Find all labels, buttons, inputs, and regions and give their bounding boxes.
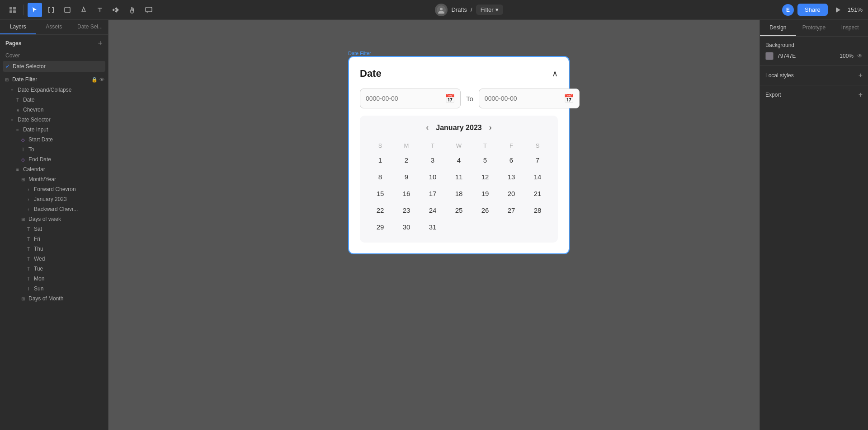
components-tool[interactable] [109, 3, 123, 17]
cal-day-7[interactable]: 7 [524, 152, 551, 168]
cal-day-2[interactable]: 2 [393, 152, 420, 168]
cal-day-21[interactable]: 21 [524, 185, 551, 202]
cal-day-20[interactable]: 20 [498, 185, 524, 202]
background-opacity[interactable]: 100% [835, 53, 854, 59]
tab-design[interactable]: Design [760, 20, 796, 36]
layer-fri[interactable]: T Fri [0, 234, 108, 244]
cal-day-25[interactable]: 25 [446, 202, 472, 219]
cal-day-29[interactable]: 29 [367, 219, 393, 235]
eye-icon[interactable]: 👁 [99, 77, 104, 82]
select-tool[interactable] [28, 3, 42, 17]
layer-chevron[interactable]: ∧ Chevron [0, 105, 108, 115]
cal-day-13[interactable]: 13 [498, 168, 524, 185]
end-date-input-wrap[interactable]: 📅 [479, 89, 580, 108]
cal-day-14[interactable]: 14 [524, 168, 551, 185]
cal-day-28[interactable]: 28 [524, 202, 551, 219]
layer-backward-chevron[interactable]: ‹ Backward Chevr... [0, 204, 108, 214]
comment-tool[interactable] [142, 3, 156, 17]
cal-day-6[interactable]: 6 [498, 152, 524, 168]
share-button[interactable]: Share [797, 4, 828, 16]
cal-day-18[interactable]: 18 [446, 185, 472, 202]
text-tool[interactable] [93, 3, 107, 17]
lock-icon[interactable]: 🔒 [91, 77, 98, 83]
background-swatch[interactable] [765, 52, 774, 60]
layer-january-2023[interactable]: › January 2023 [0, 194, 108, 204]
layer-date-filter[interactable]: ⊞ Date Filter 🔒 👁 [0, 74, 108, 85]
end-date-input[interactable] [485, 95, 564, 102]
prev-month-button[interactable]: ‹ [426, 123, 429, 132]
layer-date[interactable]: T Date [0, 95, 108, 105]
pen-tool[interactable] [76, 3, 91, 17]
pages-add-button[interactable]: + [98, 39, 103, 47]
cal-day-12[interactable]: 12 [472, 168, 498, 185]
filter-dropdown[interactable]: Filter ▾ [476, 5, 503, 15]
tab-layers[interactable]: Layers [0, 20, 36, 34]
cal-day-10[interactable]: 10 [420, 168, 446, 185]
next-month-button[interactable]: › [489, 123, 492, 132]
layer-start-date[interactable]: ◇ Start Date [0, 135, 108, 145]
cal-day-3[interactable]: 3 [420, 152, 446, 168]
play-button[interactable] [831, 4, 844, 16]
tab-assets[interactable]: Assets [36, 20, 71, 34]
user-avatar[interactable] [435, 4, 448, 16]
shape-tool[interactable] [60, 3, 75, 17]
cal-day-8[interactable]: 8 [367, 168, 393, 185]
tab-inspect[interactable]: Inspect [832, 20, 868, 36]
cal-day-17[interactable]: 17 [420, 185, 446, 202]
cal-day-15[interactable]: 15 [367, 185, 393, 202]
component-collapse-button[interactable]: ∧ [552, 69, 558, 79]
canvas-component-label[interactable]: Date Filter [348, 51, 371, 56]
cal-day-22[interactable]: 22 [367, 202, 393, 219]
cal-day-16[interactable]: 16 [393, 185, 420, 202]
page-item-date-selector[interactable]: ✓ Date Selector [3, 61, 105, 72]
export-section: Export + [760, 85, 868, 104]
layer-date-expand[interactable]: ≡ Date Expand/Collapse [0, 85, 108, 95]
cal-day-27[interactable]: 27 [498, 202, 524, 219]
layer-forward-chevron[interactable]: › Forward Chevron [0, 184, 108, 194]
layer-days-of-month[interactable]: ⊞ Days of Month [0, 294, 108, 304]
end-date-calendar-icon[interactable]: 📅 [564, 93, 574, 103]
cal-day-1[interactable]: 1 [367, 152, 393, 168]
layer-wed[interactable]: T Wed [0, 254, 108, 264]
start-date-input-wrap[interactable]: 📅 [360, 89, 461, 108]
layer-end-date[interactable]: ◇ End Date [0, 154, 108, 164]
pages-title: Pages [5, 40, 21, 47]
layer-month-year[interactable]: ⊞ Month/Year [0, 174, 108, 184]
home-icon[interactable] [5, 3, 20, 17]
export-add-button[interactable]: + [859, 91, 863, 99]
cal-day-9[interactable]: 9 [393, 168, 420, 185]
layer-calendar[interactable]: ≡ Calendar [0, 164, 108, 174]
cal-day-30[interactable]: 30 [393, 219, 420, 235]
cal-day-11[interactable]: 11 [446, 168, 472, 185]
layer-tue[interactable]: T Tue [0, 264, 108, 274]
layer-to[interactable]: T To [0, 145, 108, 154]
background-visibility-toggle[interactable]: 👁 [857, 53, 863, 59]
cal-day-4[interactable]: 4 [446, 152, 472, 168]
cal-day-5[interactable]: 5 [472, 152, 498, 168]
grid-icon: ⊞ [20, 177, 26, 182]
frame-tool[interactable] [44, 3, 58, 17]
tab-prototype[interactable]: Prototype [796, 20, 832, 36]
layer-label: Days of Month [28, 295, 63, 302]
user-badge[interactable]: E [782, 4, 794, 16]
page-item-cover[interactable]: Cover [0, 50, 108, 61]
layer-mon[interactable]: T Mon [0, 274, 108, 284]
tab-date-sel[interactable]: Date Sel... [72, 20, 108, 34]
layer-thu[interactable]: T Thu [0, 244, 108, 254]
layer-sun[interactable]: T Sun [0, 284, 108, 294]
cal-day-24[interactable]: 24 [420, 202, 446, 219]
local-styles-add-button[interactable]: + [859, 71, 863, 79]
background-color-value[interactable]: 79747E [777, 53, 832, 59]
cal-day-31[interactable]: 31 [420, 219, 446, 235]
hand-tool[interactable] [125, 3, 140, 17]
layer-date-input[interactable]: ≡ Date Input [0, 125, 108, 135]
start-date-input[interactable] [366, 95, 445, 102]
layer-days-of-week[interactable]: ⊞ Days of week [0, 214, 108, 224]
cal-day-26[interactable]: 26 [472, 202, 498, 219]
cal-day-empty-3 [498, 219, 524, 235]
cal-day-19[interactable]: 19 [472, 185, 498, 202]
layer-sat[interactable]: T Sat [0, 224, 108, 234]
layer-date-selector[interactable]: ≡ Date Selector [0, 115, 108, 125]
start-date-calendar-icon[interactable]: 📅 [445, 93, 455, 103]
cal-day-23[interactable]: 23 [393, 202, 420, 219]
